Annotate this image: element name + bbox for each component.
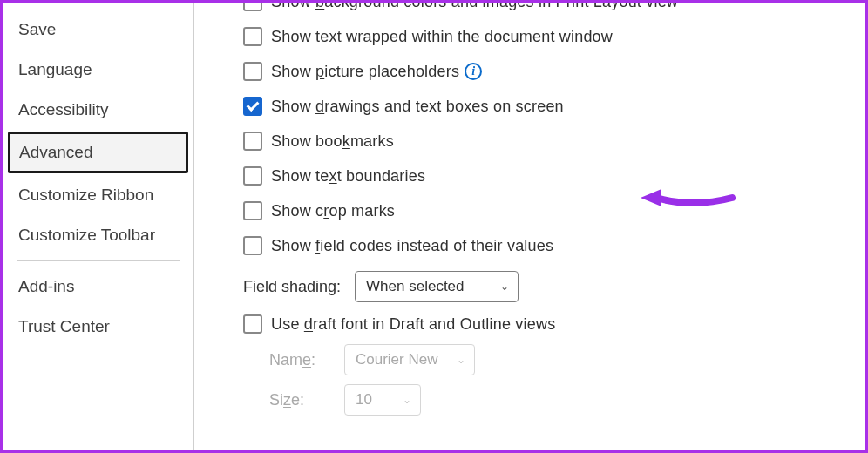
option-drawings: Show drawings and text boxes on screen — [243, 97, 857, 116]
options-dialog: Save Language Accessibility Advanced Cus… — [0, 0, 868, 453]
sidebar-item-customize-toolbar[interactable]: Customize Toolbar — [8, 215, 188, 255]
checkbox-bg-colors[interactable] — [243, 3, 262, 11]
draft-name-select: Courier New ⌄ — [344, 344, 475, 375]
option-field-codes: Show field codes instead of their values — [243, 236, 857, 255]
label-text-boundaries: Show text boundaries — [271, 167, 425, 186]
sidebar-divider — [17, 260, 180, 261]
field-shading-value: When selected — [366, 278, 464, 295]
checkbox-crop-marks[interactable] — [243, 201, 262, 220]
checkbox-draft-font[interactable] — [243, 314, 262, 334]
sidebar-item-language[interactable]: Language — [8, 50, 188, 90]
checkbox-bookmarks[interactable] — [243, 132, 262, 151]
checkbox-picture-placeholders[interactable] — [243, 62, 262, 81]
checkbox-wrapped-text[interactable] — [243, 27, 262, 46]
option-bg-colors: Show background colors and images in Pri… — [243, 3, 857, 11]
label-bookmarks: Show bookmarks — [271, 132, 394, 151]
option-picture-placeholders: Show picture placeholders i — [243, 62, 857, 81]
checkbox-drawings[interactable] — [243, 97, 262, 116]
sidebar-item-advanced[interactable]: Advanced — [8, 132, 188, 173]
sidebar-item-accessibility[interactable]: Accessibility — [8, 90, 188, 130]
draft-name-label: Name: — [269, 351, 330, 369]
label-picture-placeholders: Show picture placeholders — [271, 63, 459, 81]
label-drawings: Show drawings and text boxes on screen — [271, 98, 564, 116]
sidebar-item-save[interactable]: Save — [8, 10, 188, 50]
label-wrapped-text: Show text wrapped within the document wi… — [271, 28, 613, 46]
option-crop-marks: Show crop marks — [243, 201, 857, 220]
field-shading-select[interactable]: When selected ⌄ — [355, 271, 519, 302]
sidebar-item-addins[interactable]: Add-ins — [8, 267, 188, 307]
draft-name-value: Courier New — [356, 351, 437, 368]
sidebar: Save Language Accessibility Advanced Cus… — [3, 3, 193, 450]
field-shading-label: Field shading: — [243, 278, 341, 296]
options-content: Show background colors and images in Pri… — [194, 3, 865, 450]
draft-size-label: Size: — [269, 391, 330, 409]
checkbox-text-boundaries[interactable] — [243, 166, 262, 186]
field-shading-row: Field shading: When selected ⌄ — [243, 271, 857, 302]
sidebar-item-trust-center[interactable]: Trust Center — [8, 307, 188, 347]
label-draft-font: Use draft font in Draft and Outline view… — [271, 315, 555, 334]
draft-name-row: Name: Courier New ⌄ — [269, 344, 857, 375]
chevron-down-icon: ⌄ — [500, 281, 509, 293]
draft-size-select: 10 ⌄ — [344, 384, 421, 416]
info-icon[interactable]: i — [465, 63, 482, 80]
draft-size-value: 10 — [356, 391, 372, 409]
chevron-down-icon: ⌄ — [457, 354, 465, 366]
draft-size-row: Size: 10 ⌄ — [269, 384, 857, 416]
option-wrapped-text: Show text wrapped within the document wi… — [243, 27, 857, 46]
option-draft-font: Use draft font in Draft and Outline view… — [243, 314, 857, 334]
label-bg-colors: Show background colors and images in Pri… — [271, 3, 678, 11]
option-bookmarks: Show bookmarks — [243, 132, 857, 151]
option-text-boundaries: Show text boundaries — [243, 166, 857, 186]
sidebar-item-customize-ribbon[interactable]: Customize Ribbon — [8, 175, 188, 215]
label-field-codes: Show field codes instead of their values — [271, 237, 553, 255]
checkbox-field-codes[interactable] — [243, 236, 262, 255]
label-crop-marks: Show crop marks — [271, 202, 395, 220]
chevron-down-icon: ⌄ — [403, 394, 411, 406]
